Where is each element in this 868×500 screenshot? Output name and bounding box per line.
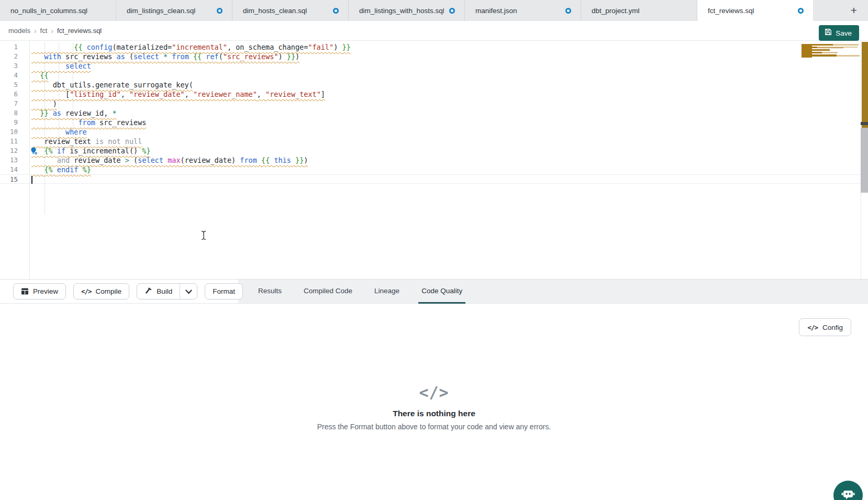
- gutter-divider: [29, 41, 30, 279]
- code-line[interactable]: 11 review_text is not null: [0, 137, 861, 146]
- code-line-content: }} as review_id, *: [31, 109, 117, 117]
- build-options-button[interactable]: [180, 284, 197, 299]
- file-tab[interactable]: fct_reviews.sql: [697, 0, 814, 21]
- format-button[interactable]: Format: [205, 283, 243, 299]
- file-tab-bar: no_nulls_in_columns.sqldim_listings_clea…: [0, 0, 868, 21]
- result-tabs: ResultsCompiled CodeLineageCode Quality: [255, 280, 465, 304]
- empty-state: </> There is nothing here Press the Form…: [0, 304, 868, 431]
- scrollbar-thumb-marker[interactable]: [861, 122, 868, 125]
- line-number: 13: [0, 155, 18, 165]
- result-tab-code-quality[interactable]: Code Quality: [418, 280, 465, 304]
- line-number: 5: [0, 80, 18, 90]
- file-tab[interactable]: dim_listings_with_hosts.sql: [349, 0, 465, 21]
- build-button[interactable]: Build: [137, 284, 180, 299]
- file-tab[interactable]: dim_hosts_clean.sql: [232, 0, 349, 21]
- code-line[interactable]: 15: [0, 174, 861, 184]
- unsaved-indicator-icon: [798, 8, 804, 14]
- file-tab-label: dim_listings_with_hosts.sql: [359, 7, 444, 15]
- code-editor[interactable]: 1 {{ config(materialized="incremental", …: [0, 41, 868, 279]
- code-quality-panel: </> Config </> There is nothing here Pre…: [0, 304, 868, 500]
- result-tab-compiled-code[interactable]: Compiled Code: [301, 280, 355, 304]
- code-line-content: ["listing_id", "review_date", "reviewer_…: [31, 90, 325, 98]
- code-line[interactable]: 10 where: [0, 127, 861, 137]
- file-tab[interactable]: no_nulls_in_columns.sql: [0, 0, 116, 21]
- code-icon: </>: [0, 383, 868, 402]
- breadcrumb-bar: models›fct›fct_reviews.sql Save: [0, 21, 868, 41]
- code-line[interactable]: 7 ): [0, 99, 861, 108]
- code-line[interactable]: 2 with src_reviews as (select * from {{ …: [0, 52, 861, 61]
- file-tab[interactable]: dim_listings_clean.sql: [116, 0, 232, 21]
- build-button-label: Build: [157, 287, 172, 295]
- code-line[interactable]: 13 and review_date > (select max(review_…: [0, 155, 861, 165]
- lightbulb-code-action-icon[interactable]: [29, 147, 38, 155]
- compile-button[interactable]: </> Compile: [73, 283, 129, 299]
- line-number: 11: [0, 137, 18, 146]
- file-tab-label: no_nulls_in_columns.sql: [10, 7, 87, 15]
- code-icon: </>: [81, 287, 92, 295]
- code-line[interactable]: 12 {% if is_incremental() %}: [0, 146, 861, 155]
- code-line[interactable]: 9 from src_reviews: [0, 118, 861, 127]
- breadcrumb-item[interactable]: models: [8, 27, 30, 35]
- code-line[interactable]: 8 }} as review_id, *: [0, 108, 861, 118]
- compile-button-label: Compile: [96, 287, 122, 295]
- file-tab[interactable]: dbt_project.yml: [581, 0, 697, 21]
- chatbot-icon: [840, 486, 856, 500]
- grid-icon: [21, 287, 29, 295]
- code-line[interactable]: 3 select: [0, 61, 861, 71]
- new-tab-button[interactable]: +: [846, 0, 862, 21]
- code-area[interactable]: 1 {{ config(materialized="incremental", …: [0, 42, 861, 184]
- breadcrumb-separator: ›: [51, 27, 53, 35]
- line-number: 1: [0, 42, 18, 52]
- build-button-group: Build: [137, 283, 197, 299]
- floppy-disk-icon: [825, 28, 832, 38]
- result-tab-lineage[interactable]: Lineage: [371, 280, 403, 304]
- code-line-content: {% endif %}: [31, 165, 91, 174]
- breadcrumb-separator: ›: [34, 27, 37, 35]
- line-number: 8: [0, 108, 18, 118]
- preview-button-label: Preview: [33, 287, 58, 295]
- code-line-content: {{ config(materialized="incremental", on…: [31, 43, 351, 51]
- format-button-label: Format: [213, 287, 235, 295]
- save-button[interactable]: Save: [819, 25, 859, 41]
- line-number: 12: [0, 146, 18, 155]
- code-line-content: {% if is_incremental() %}: [31, 147, 151, 155]
- line-number: 10: [0, 127, 18, 137]
- code-line-content: where: [31, 128, 87, 136]
- file-tab-label: dim_listings_clean.sql: [127, 7, 195, 15]
- scrollbar-thumb[interactable]: [861, 128, 868, 193]
- line-number: 6: [0, 90, 18, 99]
- code-line-content: select: [31, 62, 91, 70]
- code-line-content: ): [31, 99, 57, 108]
- file-tab[interactable]: manifest.json: [465, 0, 581, 21]
- breadcrumb-item[interactable]: fct_reviews.sql: [57, 27, 102, 35]
- result-tab-results[interactable]: Results: [255, 280, 285, 304]
- hammer-icon: [144, 287, 152, 296]
- code-line[interactable]: 6 ["listing_id", "review_date", "reviewe…: [0, 90, 861, 99]
- file-tab-label: fct_reviews.sql: [708, 7, 754, 15]
- line-number: 15: [0, 175, 18, 184]
- line-number: 4: [0, 71, 18, 80]
- file-tabs: no_nulls_in_columns.sqldim_listings_clea…: [0, 0, 868, 21]
- unsaved-indicator-icon: [333, 8, 339, 14]
- line-number: 3: [0, 61, 18, 71]
- line-number: 7: [0, 99, 18, 108]
- code-line-content: from src_reviews: [31, 118, 146, 127]
- line-number: 2: [0, 52, 18, 61]
- unsaved-indicator-icon: [449, 8, 455, 14]
- breadcrumb: models›fct›fct_reviews.sql: [8, 27, 102, 35]
- editor-toolbar: Preview </> Compile Build: [0, 279, 868, 304]
- breadcrumb-item[interactable]: fct: [40, 27, 48, 35]
- line-number: 9: [0, 118, 18, 127]
- unsaved-indicator-icon: [565, 8, 571, 14]
- code-line-content: review_text is not null: [31, 137, 142, 146]
- save-button-label: Save: [836, 29, 852, 37]
- code-line[interactable]: 5 dbt_utils.generate_surrogate_key(: [0, 80, 861, 90]
- preview-button[interactable]: Preview: [13, 283, 66, 299]
- code-line[interactable]: 14 {% endif %}: [0, 165, 861, 174]
- code-line[interactable]: 1 {{ config(materialized="incremental", …: [0, 42, 861, 52]
- dbt-ide-window: no_nulls_in_columns.sqldim_listings_clea…: [0, 0, 868, 500]
- code-line[interactable]: 4 {{: [0, 71, 861, 80]
- code-line-content: and review_date > (select max(review_dat…: [31, 156, 308, 164]
- chevron-down-icon: [185, 287, 192, 296]
- empty-state-subtitle: Press the Format button above to format …: [0, 423, 868, 431]
